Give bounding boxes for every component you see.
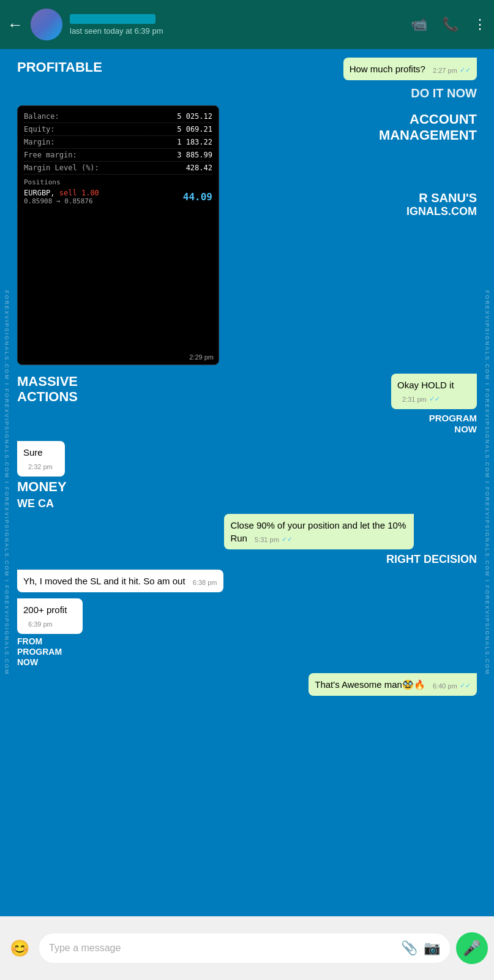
trading-data: Balance: 5 025.12 Equity: 5 069.21 Margi… bbox=[18, 106, 219, 351]
message-input-placeholder[interactable]: Type a message bbox=[49, 943, 395, 954]
chat-header: ← last seen today at 6:39 pm 📹 📞 ⋮ bbox=[0, 0, 494, 49]
watermark-left: FOREXVIPSIGNALS.COM I FOREXVIPSIGNALS.CO… bbox=[0, 49, 13, 916]
msg5-time: 6:38 pm bbox=[193, 578, 217, 587]
watermark-left-text: FOREXVIPSIGNALS.COM I FOREXVIPSIGNALS.CO… bbox=[4, 290, 10, 676]
image-time: 2:29 pm bbox=[18, 351, 219, 364]
bubble-msg3: Sure 2:32 pm bbox=[17, 441, 65, 477]
camera-icon[interactable]: 📷 bbox=[424, 940, 440, 956]
trading-screenshot-bubble[interactable]: Balance: 5 025.12 Equity: 5 069.21 Margi… bbox=[17, 105, 219, 365]
watermark-right: FOREXVIPSIGNALS.COM I FOREXVIPSIGNALS.CO… bbox=[481, 49, 494, 916]
equity-label: Equity: bbox=[24, 125, 55, 134]
bubble-msg4: Close 90% of your position and let the 1… bbox=[224, 514, 413, 549]
msg7-text: That's Awesome man🥸🔥 bbox=[315, 679, 425, 690]
contact-status: last seen today at 6:39 pm bbox=[70, 26, 403, 36]
overlay-do-it-now: DO IT NOW bbox=[17, 86, 477, 100]
overlay-program-now: PROGRAM NOW bbox=[429, 413, 477, 435]
video-call-icon[interactable]: 📹 bbox=[411, 17, 427, 32]
msg3-time: 2:32 pm bbox=[28, 462, 53, 472]
bubble-msg6: 200+ profit 6:39 pm bbox=[17, 598, 83, 634]
positions-label: Positions bbox=[24, 178, 212, 186]
overlay-we-ca: WE CA bbox=[17, 497, 81, 510]
margin-label: Margin: bbox=[24, 138, 55, 146]
msg7-ticks: ✓✓ bbox=[460, 682, 471, 689]
msg2-time: 2:31 pm bbox=[402, 395, 427, 404]
header-action-icons: 📹 📞 ⋮ bbox=[411, 17, 487, 32]
msg4-ticks: ✓✓ bbox=[282, 535, 293, 543]
bubble-msg1: How much profits? 2:27 pm ✓✓ bbox=[343, 58, 477, 80]
msg4-time: 5:31 pm bbox=[255, 535, 279, 545]
balance-label: Balance: bbox=[24, 112, 59, 121]
msg1-time: 2:27 pm bbox=[433, 66, 457, 75]
contact-name-blur bbox=[70, 14, 155, 24]
msg7-time: 6:40 pm bbox=[433, 682, 457, 691]
overlay-sanu: R SANU'S IGNALS.COM bbox=[406, 190, 477, 219]
pos-action: sell 1.00 bbox=[59, 189, 99, 197]
overlay-right-decision: RIGHT DECISION bbox=[17, 553, 477, 566]
margin-value: 1 183.22 bbox=[177, 138, 212, 146]
bubble-msg5: Yh, I moved the SL and it hit. So am out… bbox=[17, 570, 223, 592]
pos-profit: 44.09 bbox=[183, 191, 212, 203]
free-margin-label: Free margin: bbox=[24, 151, 77, 159]
more-options-icon[interactable]: ⋮ bbox=[473, 17, 487, 32]
pos-price: 0.85908 → 0.85876 bbox=[24, 197, 99, 205]
msg5-text: Yh, I moved the SL and it hit. So am out bbox=[23, 576, 185, 586]
avatar[interactable] bbox=[31, 9, 62, 40]
bubble-msg2: Okay HOLD it 2:31 pm ✓✓ bbox=[391, 374, 477, 409]
bottom-bar: 😊 Type a message 📎 📷 🎤 bbox=[0, 916, 494, 980]
equity-value: 5 069.21 bbox=[177, 125, 212, 134]
attachment-icon[interactable]: 📎 bbox=[401, 940, 417, 956]
overlay-profit-from: FROM PROGRAM NOW bbox=[17, 636, 105, 667]
msg6-time: 6:39 pm bbox=[28, 620, 53, 629]
phone-call-icon[interactable]: 📞 bbox=[442, 17, 458, 32]
bubble-msg7: That's Awesome man🥸🔥 6:40 pm ✓✓ bbox=[309, 673, 477, 696]
msg2-text: Okay HOLD it bbox=[397, 380, 454, 390]
overlay-massive-actions: MASSIVE ACTIONS bbox=[17, 374, 78, 405]
msg3-text: Sure bbox=[23, 447, 43, 458]
msg1-text: How much profits? bbox=[350, 64, 425, 74]
pos-pair: EURGBP, bbox=[24, 189, 55, 197]
msg2-ticks: ✓✓ bbox=[429, 395, 440, 402]
watermark-right-text: FOREXVIPSIGNALS.COM I FOREXVIPSIGNALS.CO… bbox=[484, 290, 490, 676]
chat-area: FOREXVIPSIGNALS.COM I FOREXVIPSIGNALS.CO… bbox=[0, 49, 494, 916]
contact-info: last seen today at 6:39 pm bbox=[70, 14, 403, 36]
balance-value: 5 025.12 bbox=[177, 112, 212, 121]
emoji-button[interactable]: 😊 bbox=[6, 935, 33, 962]
msg6-text: 200+ profit bbox=[23, 605, 67, 615]
free-margin-value: 3 885.99 bbox=[177, 151, 212, 159]
messages-list: PROFITABLE How much profits? 2:27 pm ✓✓ … bbox=[0, 54, 494, 699]
msg1-ticks: ✓✓ bbox=[460, 66, 471, 74]
margin-level-label: Margin Level (%): bbox=[24, 164, 99, 172]
overlay-profitable: PROFITABLE bbox=[17, 58, 102, 75]
margin-level-value: 428.42 bbox=[186, 164, 212, 172]
overlay-account-mgmt: ACCOUNT MANAGEMENT bbox=[379, 111, 477, 144]
mic-button[interactable]: 🎤 bbox=[456, 932, 488, 964]
message-input-container: Type a message 📎 📷 bbox=[39, 933, 450, 963]
back-button[interactable]: ← bbox=[7, 15, 23, 34]
overlay-money: MONEY bbox=[17, 479, 81, 495]
